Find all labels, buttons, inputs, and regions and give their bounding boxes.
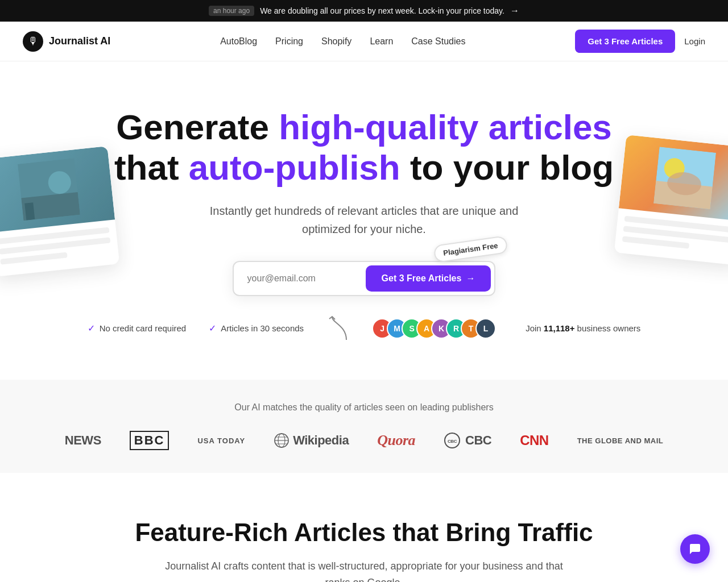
hero-title-prefix: Generate xyxy=(116,107,279,147)
pub-logo-cbc: CBC CBC xyxy=(444,432,491,449)
join-text: Join 11,118+ business owners xyxy=(526,323,640,333)
pub-logo-wikipedia: Wikipedia xyxy=(274,433,349,448)
cbc-logo-icon: CBC xyxy=(444,432,461,449)
trust-label-1: No credit card required xyxy=(100,323,187,333)
curve-arrow-icon xyxy=(326,314,349,343)
join-suffix: business owners xyxy=(574,323,640,333)
hero-title-line2-end: to your blog xyxy=(400,148,614,187)
nav-shopify[interactable]: Shopify xyxy=(321,36,351,46)
pub-logo-news: NEWS xyxy=(65,433,101,448)
nav-login-button[interactable]: Login xyxy=(684,36,705,46)
hero-cta-arrow: → xyxy=(466,273,475,284)
check-icon-2: ✓ xyxy=(209,323,216,334)
banner-tag: an hour ago xyxy=(209,6,254,16)
banner-message: We are doubling all our prices by next w… xyxy=(260,6,504,15)
svg-rect-3 xyxy=(24,202,35,220)
publishers-label: Our AI matches the quality of articles s… xyxy=(0,402,728,413)
hero-title-line2-prefix: that xyxy=(114,148,189,187)
pub-logo-bbc: BBC xyxy=(130,431,169,450)
hero-cta-label: Get 3 Free Articles xyxy=(382,273,462,284)
hero-subtitle: Instantly get hundreds of relevant artic… xyxy=(193,202,535,238)
hero-title-highlight2: auto-publish xyxy=(189,148,400,187)
avatars-group: J M S A K R T L xyxy=(372,318,496,339)
nav-actions: Get 3 Free Articles Login xyxy=(575,30,705,53)
nav-case-studies[interactable]: Case Studies xyxy=(411,36,465,46)
hero-title-highlight: high-quality articles xyxy=(279,107,612,147)
curve-arrow-container xyxy=(326,314,349,343)
card-right-image xyxy=(619,135,728,221)
pub-logo-globe: THE GLOBE AND MAIL xyxy=(577,436,664,445)
pub-logo-quora: Quora xyxy=(377,432,415,449)
bg-card-right xyxy=(614,135,728,265)
nav-pricing[interactable]: Pricing xyxy=(275,36,303,46)
pub-logo-usatoday: USA TODAY xyxy=(197,436,245,445)
bg-card-left xyxy=(0,146,119,277)
feature-title: Feature-Rich Articles that Bring Traffic xyxy=(23,518,705,547)
nav-learn[interactable]: Learn xyxy=(370,36,393,46)
logo-text: Journalist AI xyxy=(49,35,110,47)
feature-section: Feature-Rich Articles that Bring Traffic… xyxy=(0,473,728,582)
nav-links: AutoBlog Pricing Shopify Learn Case Stud… xyxy=(220,36,465,47)
join-count: 11,118+ xyxy=(544,323,575,333)
pub-logo-cnn: CNN xyxy=(520,433,549,448)
svg-text:CBC: CBC xyxy=(448,439,457,444)
nav-cta-button[interactable]: Get 3 Free Articles xyxy=(575,30,675,53)
navbar: 🎙 Journalist AI AutoBlog Pricing Shopify… xyxy=(0,22,728,61)
logo-icon: 🎙 xyxy=(23,31,43,52)
nav-autoblog[interactable]: AutoBlog xyxy=(220,36,257,46)
trust-item-no-card: ✓ No credit card required xyxy=(88,323,187,334)
hero-section: Generate high-quality articles that auto… xyxy=(0,61,728,380)
top-banner: an hour ago We are doubling all our pric… xyxy=(0,0,728,22)
hero-title: Generate high-quality articles that auto… xyxy=(11,107,717,188)
check-icon-1: ✓ xyxy=(88,323,95,334)
email-form-wrapper: Plagiarism Free Get 3 Free Articles → xyxy=(233,261,496,296)
trust-item-speed: ✓ Articles in 30 seconds xyxy=(209,323,304,334)
publishers-section: Our AI matches the quality of articles s… xyxy=(0,380,728,473)
feature-subtitle: Journalist AI crafts content that is wel… xyxy=(165,558,563,582)
trust-label-2: Articles in 30 seconds xyxy=(221,323,304,333)
hero-cta-button[interactable]: Get 3 Free Articles → xyxy=(366,265,491,292)
join-prefix: Join xyxy=(526,323,544,333)
card-left-image xyxy=(0,146,115,232)
chat-icon xyxy=(688,542,702,556)
wikipedia-globe-icon xyxy=(274,433,289,448)
chat-bubble-button[interactable] xyxy=(680,534,710,564)
avatar-8: L xyxy=(475,318,496,339)
plagiarism-badge: Plagiarism Free xyxy=(433,235,508,263)
logos-row: NEWS BBC USA TODAY Wikipedia Quora CBC C… xyxy=(0,431,728,450)
email-input[interactable] xyxy=(243,268,366,289)
logo-link[interactable]: 🎙 Journalist AI xyxy=(23,31,110,52)
trust-row: ✓ No credit card required ✓ Articles in … xyxy=(11,314,717,343)
banner-arrow: → xyxy=(510,6,519,16)
email-form: Get 3 Free Articles → xyxy=(233,261,496,296)
